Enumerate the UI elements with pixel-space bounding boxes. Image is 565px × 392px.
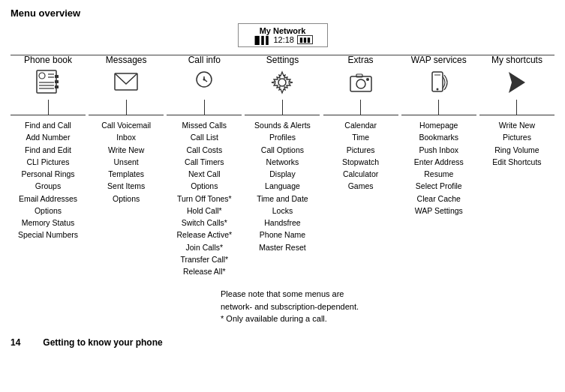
list-item: Phone Name — [245, 229, 320, 241]
list-item: Release All* — [167, 265, 242, 277]
list-item: Write New — [479, 119, 554, 131]
list-item: Handsfree — [245, 217, 320, 229]
category-label-messages: Messages — [106, 55, 147, 65]
list-item: Release Active* — [167, 229, 242, 241]
vertical-line-settings — [282, 100, 283, 115]
list-item: Sounds & Alerts — [245, 119, 320, 131]
svg-marker-23 — [509, 72, 525, 93]
note-line3: * Only available during a call. — [221, 313, 554, 325]
footer-text: Getting to know your phone — [43, 337, 162, 348]
list-item: Unsent — [89, 156, 164, 168]
category-label-call-info: Call info — [188, 55, 221, 65]
list-item: Email Addresses — [11, 193, 86, 205]
icon-phone-book — [32, 68, 64, 97]
list-item: Games — [323, 180, 398, 192]
list-item: Join Calls* — [167, 241, 242, 253]
page-title: Menu overview — [11, 7, 554, 19]
list-item: Stopwatch — [323, 156, 398, 168]
list-item: Find and Call — [11, 119, 86, 131]
category-settings: Settings Sounds & Alerts Profiles Call O… — [245, 55, 320, 277]
list-item: Next Call — [167, 168, 242, 180]
category-label-wap-services: WAP services — [411, 55, 467, 65]
list-item: WAP Settings — [401, 205, 476, 217]
category-call-info: Call info Missed Calls Call List Call Co… — [167, 55, 242, 277]
categories-row: Phone book Find and Call Add — [11, 55, 554, 277]
list-item: Edit Shortcuts — [479, 156, 554, 168]
list-item: Call List — [167, 131, 242, 143]
list-item: Homepage — [401, 119, 476, 131]
list-item: Profiles — [245, 131, 320, 143]
list-item: Special Numbers — [11, 229, 86, 241]
icon-my-shortcuts — [501, 68, 533, 97]
list-item: Templates — [89, 168, 164, 180]
items-messages: Call Voicemail Inbox Write New Unsent Te… — [89, 115, 164, 205]
battery-icon: ▮▮▮ — [297, 35, 313, 44]
items-settings: Sounds & Alerts Profiles Call Options Ne… — [245, 115, 320, 253]
items-phone-book: Find and Call Add Number Find and Edit C… — [11, 115, 86, 241]
list-item: Call Voicemail — [89, 119, 164, 131]
items-wap-services: Homepage Bookmarks Push Inbox Enter Addr… — [401, 115, 476, 217]
icon-wap-services — [423, 68, 455, 97]
list-item: CLI Pictures — [11, 156, 86, 168]
list-item: Add Number — [11, 131, 86, 143]
list-item: Display — [245, 168, 320, 180]
list-item: Transfer Call* — [167, 253, 242, 265]
network-bar: My Network ▐▌▌▌ 12:18 ▮▮▮ — [238, 23, 328, 47]
list-item: Push Inbox — [401, 144, 476, 156]
list-item: Personal Rings — [11, 168, 86, 180]
vertical-line-extras — [360, 100, 361, 115]
category-wap-services: WAP services Homepage Bookmarks Push Inb… — [401, 55, 476, 277]
list-item: Time and Date — [245, 193, 320, 205]
list-item: Calendar — [323, 119, 398, 131]
list-item: Language — [245, 180, 320, 192]
list-item: Switch Calls* — [167, 217, 242, 229]
list-item: Options — [11, 205, 86, 217]
svg-rect-1 — [39, 73, 45, 79]
page-number: 14 — [11, 337, 20, 348]
vertical-line-phone-book — [48, 100, 49, 115]
icon-call-info — [188, 68, 220, 97]
vertical-line-call-info — [204, 100, 205, 115]
signal-icon: ▐▌▌▌ — [252, 36, 270, 44]
vertical-line-wap-services — [438, 100, 439, 115]
list-item: Groups — [11, 180, 86, 192]
items-call-info: Missed Calls Call List Call Costs Call T… — [167, 115, 242, 277]
list-item: Call Costs — [167, 144, 242, 156]
page-footer: 14 Getting to know your phone — [11, 337, 554, 348]
list-item: Inbox — [89, 131, 164, 143]
list-item: Find and Edit — [11, 144, 86, 156]
menu-overview: My Network ▐▌▌▌ 12:18 ▮▮▮ Phone book — [11, 23, 554, 325]
icon-extras — [345, 68, 377, 97]
svg-point-22 — [436, 88, 438, 91]
list-item: Select Profile — [401, 180, 476, 192]
category-label-my-shortcuts: My shortcuts — [491, 55, 542, 65]
items-extras: Calendar Time Pictures Stopwatch Calcula… — [323, 115, 398, 193]
svg-point-17 — [356, 79, 365, 88]
svg-rect-7 — [55, 75, 59, 78]
svg-rect-18 — [356, 74, 362, 77]
list-item: Master Reset — [245, 241, 320, 253]
list-item: Resume — [401, 168, 476, 180]
items-my-shortcuts: Write New Pictures Ring Volume Edit Shor… — [479, 115, 554, 168]
bottom-note: Please note that some menus are network-… — [11, 288, 554, 325]
list-item: Turn Off Tones* — [167, 193, 242, 205]
list-item: Missed Calls — [167, 119, 242, 131]
network-wrapper: My Network ▐▌▌▌ 12:18 ▮▮▮ — [11, 23, 554, 47]
category-extras: Extras Calendar Time Pictures Stopwatch … — [323, 55, 398, 277]
list-item: Options — [167, 180, 242, 192]
vertical-line-messages — [126, 100, 127, 115]
list-item: Clear Cache — [401, 193, 476, 205]
list-item: Enter Address — [401, 156, 476, 168]
category-label-settings: Settings — [266, 55, 299, 65]
list-item: Call Options — [245, 144, 320, 156]
list-item: Pictures — [323, 144, 398, 156]
svg-rect-9 — [55, 85, 59, 88]
network-time: 12:18 — [273, 35, 294, 44]
category-messages: Messages Call Voicemail Inbox Write New … — [89, 55, 164, 277]
note-line2: network- and subscription-dependent. — [221, 301, 554, 313]
svg-point-15 — [278, 79, 286, 86]
list-item: Hold Call* — [167, 205, 242, 217]
list-item: Options — [89, 193, 164, 205]
list-item: Calculator — [323, 168, 398, 180]
list-item: Networks — [245, 156, 320, 168]
